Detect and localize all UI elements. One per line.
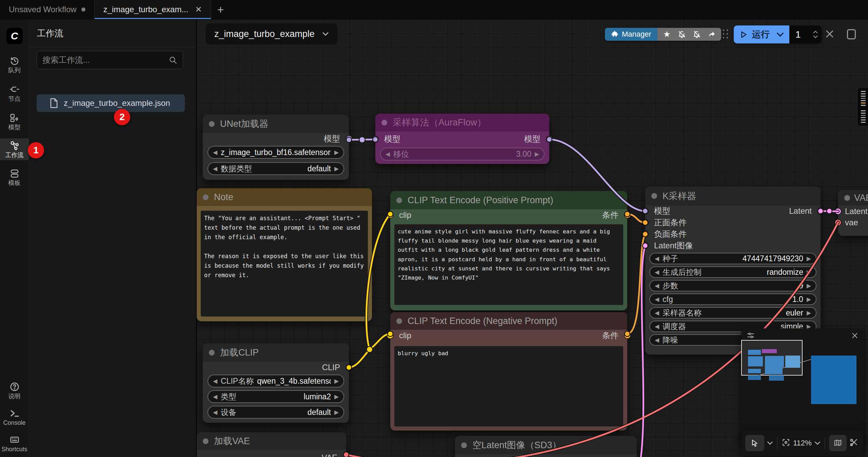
sidebar-item-shortcuts[interactable]: Shortcuts	[0, 433, 29, 454]
next-arrow-icon[interactable]: ▶	[334, 378, 339, 384]
run-options-chevron-icon[interactable]	[776, 32, 784, 37]
input-slot-latent-image[interactable]: Latent图像	[645, 240, 821, 251]
toggle-links-button[interactable]	[849, 438, 858, 448]
output-slot-model[interactable]: 模型	[524, 134, 540, 145]
widget-clip-device[interactable]: ◀ 设备 default ▶	[208, 406, 344, 419]
sidebar-item-workflows[interactable]: 工作流	[0, 138, 29, 160]
fit-view-button[interactable]	[782, 438, 790, 448]
clip-input-dot[interactable]	[387, 333, 393, 339]
tool-options-chevron-icon[interactable]	[767, 441, 773, 445]
widget-control-after-generate[interactable]: ◀ 生成后控制 randomize ▶	[649, 266, 816, 278]
clip-input-dot[interactable]	[387, 212, 393, 218]
next-arrow-icon[interactable]: ▶	[807, 309, 811, 316]
widget-unet-name[interactable]: ◀ z_image_turbo_bf16.safetensors ▶	[208, 146, 344, 159]
widget-sampler-name[interactable]: ◀ 采样器名称 euler ▶	[649, 307, 816, 319]
latent-input-dot[interactable]	[642, 243, 648, 249]
new-tab-button[interactable]: +	[211, 0, 230, 19]
collapse-dot-icon[interactable]	[461, 442, 467, 448]
node-vae-loader[interactable]: 加载VAE VAE	[197, 432, 346, 457]
run-button[interactable]: 运行	[734, 25, 789, 43]
model-input-dot[interactable]	[642, 208, 648, 214]
input-slot-model[interactable]: 模型	[384, 134, 400, 145]
next-arrow-icon[interactable]: ▶	[334, 165, 339, 172]
workflow-search-box[interactable]	[37, 51, 183, 69]
minimap-close-icon[interactable]	[851, 332, 859, 339]
input-slot-clip[interactable]: clip	[399, 331, 411, 340]
minimap-panel[interactable]	[741, 328, 863, 444]
workflow-selector[interactable]: z_image_turbo_example	[206, 23, 337, 44]
prev-arrow-icon[interactable]: ◀	[655, 323, 659, 330]
prev-arrow-icon[interactable]: ◀	[655, 269, 659, 275]
close-tab-icon[interactable]: ✕	[195, 5, 202, 14]
collapse-dot-icon[interactable]	[396, 318, 402, 324]
collapse-dot-icon[interactable]	[203, 438, 209, 444]
output-slot-model[interactable]: 模型	[203, 133, 349, 145]
model-output-dot[interactable]	[346, 136, 352, 142]
next-arrow-icon[interactable]: ▶	[535, 151, 539, 157]
collapse-dot-icon[interactable]	[381, 120, 387, 126]
sidebar-item-queue[interactable]: 队列	[0, 54, 29, 75]
conditioning-output-dot[interactable]	[625, 333, 630, 339]
prev-arrow-icon[interactable]: ◀	[655, 296, 659, 303]
vae-input-dot[interactable]	[835, 220, 841, 225]
node-model-sampling-auraflow[interactable]: 采样算法（AuraFlow） 模型 模型 ◀ 移位 3.00 ▶	[375, 114, 549, 164]
cancel-run-button[interactable]	[825, 29, 835, 40]
model-input-dot[interactable]	[372, 136, 378, 142]
clip-output-dot[interactable]	[346, 365, 352, 370]
widget-clip-name[interactable]: ◀ CLIP名称 qwen_3_4b.safetensors ▶	[208, 375, 344, 387]
share-button[interactable]	[704, 30, 719, 38]
output-slot-conditioning[interactable]: 条件	[602, 330, 618, 341]
negative-input-dot[interactable]	[642, 231, 648, 237]
next-arrow-icon[interactable]: ▶	[334, 409, 339, 416]
node-empty-latent-image[interactable]: 空Latent图像（SD3）	[455, 436, 637, 457]
tab-z-image-turbo-example[interactable]: z_image_turbo_exam... ✕	[94, 0, 211, 19]
prev-arrow-icon[interactable]: ◀	[213, 393, 217, 400]
next-arrow-icon[interactable]: ▶	[807, 269, 811, 275]
prev-arrow-icon[interactable]: ◀	[655, 309, 659, 316]
positive-input-dot[interactable]	[642, 220, 648, 226]
negative-prompt-text-area[interactable]: blurry ugly bad	[394, 346, 623, 426]
workflow-file-item[interactable]: z_image_turbo_example.json	[37, 94, 185, 112]
sidebar-item-nodes[interactable]: 节点	[0, 82, 29, 104]
prev-arrow-icon[interactable]: ◀	[213, 378, 217, 384]
node-clip-loader[interactable]: 加载CLIP CLIP ◀ CLIP名称 qwen_3_4b.safetenso…	[203, 343, 349, 423]
widget-clip-type[interactable]: ◀ 类型 lumina2 ▶	[208, 390, 344, 403]
prev-arrow-icon[interactable]: ◀	[213, 149, 217, 156]
input-slot-latent[interactable]: Latent	[838, 206, 868, 217]
prev-arrow-icon[interactable]: ◀	[655, 282, 659, 289]
sidebar-item-console[interactable]: Console	[0, 406, 29, 428]
conditioning-output-dot[interactable]	[625, 212, 630, 218]
note-text-area[interactable]: The "You are an assistant... <Prompt Sta…	[201, 211, 368, 317]
sidebar-item-templates[interactable]: 模板	[0, 166, 29, 188]
collapse-dot-icon[interactable]	[209, 121, 215, 127]
prev-arrow-icon[interactable]: ◀	[213, 409, 217, 416]
prev-arrow-icon[interactable]: ◀	[655, 255, 659, 262]
notification-bell-button[interactable]	[674, 30, 689, 38]
tab-unsaved-workflow[interactable]: Unsaved Workflow	[0, 0, 94, 19]
queue-history-flyout-tab[interactable]	[857, 88, 868, 126]
node-clip-text-encode-positive[interactable]: CLIP Text Encode (Positive Prompt) clip …	[390, 191, 627, 310]
next-arrow-icon[interactable]: ▶	[807, 255, 811, 262]
vae-output-dot[interactable]	[343, 455, 349, 457]
collapse-dot-icon[interactable]	[209, 350, 215, 356]
increment-chevron-icon[interactable]	[813, 31, 818, 34]
node-unet-loader[interactable]: UNet加载器 模型 ◀ z_image_turbo_bf16.safetens…	[203, 115, 349, 180]
output-slot-vae[interactable]: VAE	[197, 452, 346, 457]
output-slot-conditioning[interactable]: 条件	[602, 210, 618, 221]
next-arrow-icon[interactable]: ▶	[807, 296, 811, 303]
positive-prompt-text-area[interactable]: cute anime style girl with massive fluff…	[394, 224, 623, 305]
sidebar-item-models[interactable]: 模型	[0, 111, 29, 132]
zoom-level-indicator[interactable]: 112%	[793, 439, 812, 448]
widget-weight-dtype[interactable]: ◀ 数据类型 default ▶	[208, 162, 344, 175]
prev-arrow-icon[interactable]: ◀	[213, 165, 217, 172]
stop-button[interactable]	[847, 29, 856, 39]
prev-arrow-icon[interactable]: ◀	[386, 151, 390, 157]
prev-arrow-icon[interactable]: ◀	[655, 337, 659, 343]
collapse-dot-icon[interactable]	[396, 197, 402, 203]
widget-steps[interactable]: ◀ 步数 9 ▶	[649, 280, 816, 291]
notification-bell-button-2[interactable]	[689, 30, 704, 38]
output-slot-latent[interactable]: Latent	[780, 205, 821, 217]
widget-seed[interactable]: ◀ 种子 47447417949230 ▶	[649, 253, 816, 264]
next-arrow-icon[interactable]: ▶	[334, 393, 339, 400]
input-slot-positive[interactable]: 正面条件	[645, 217, 821, 228]
